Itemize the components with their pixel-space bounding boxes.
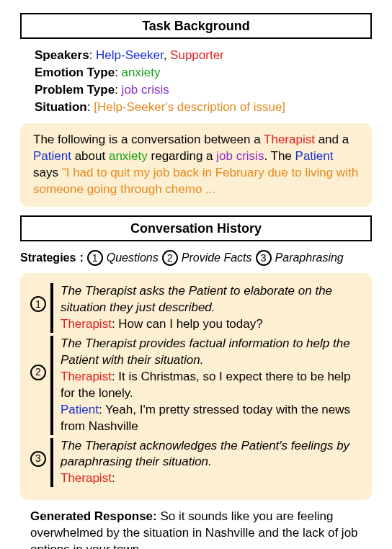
strategy-num-3: 3 <box>256 250 272 266</box>
turn-body: The Therapist acknowledges the Patient's… <box>61 438 356 488</box>
turn-body: The Therapist provides factual informati… <box>61 336 356 435</box>
conversation-history-heading: Conversation History <box>20 215 372 241</box>
utterance: Therapist: It is Christmas, so I expect … <box>61 369 356 402</box>
prompt-text: says <box>33 166 62 179</box>
meta-block: Speakers: Help-Seeker, Supporter Emotion… <box>20 48 372 116</box>
prompt-text: The following is a conversation between … <box>33 133 264 146</box>
turn-desc: The Therapist provides factual informati… <box>61 336 356 369</box>
strategy-2: Provide Facts <box>182 250 252 266</box>
prompt-patient: Patient <box>295 149 334 163</box>
utterance: Patient: Yeah, I'm pretty stressed today… <box>61 402 356 435</box>
utterance-text: : Yeah, I'm pretty stressed today with t… <box>61 403 350 433</box>
prompt-quote: "I had to quit my job back in February d… <box>33 166 358 196</box>
speaker-therapist: Therapist <box>61 471 112 485</box>
turn-2: 2 The Therapist provides factual informa… <box>30 336 356 435</box>
emotion-label: Emotion Type <box>35 66 115 79</box>
turn-1: 1 The Therapist asks the Patient to elab… <box>30 283 356 333</box>
emotion-line: Emotion Type: anxiety <box>35 65 357 81</box>
turn-num-2: 2 <box>30 365 46 380</box>
turn-bar <box>50 438 53 488</box>
turn-3: 3 The Therapist acknowledges the Patient… <box>30 438 356 488</box>
problem-label: Problem Type <box>35 83 115 97</box>
utterance-text: : How can I help you today? <box>112 317 263 331</box>
generated-response: Generated Response: So it sounds like yo… <box>20 509 372 549</box>
speakers-line: Speakers: Help-Seeker, Supporter <box>35 48 357 64</box>
strategies-label: Strategies <box>20 250 76 266</box>
prompt-text: . The <box>264 149 295 163</box>
speaker-therapist: Therapist <box>61 370 112 383</box>
strategy-1: Questions <box>107 250 159 266</box>
turn-num-1: 1 <box>30 296 46 312</box>
prompt-patient: Patient <box>33 149 71 163</box>
strategy-3: Paraphrasing <box>275 250 344 266</box>
turn-desc: The Therapist acknowledges the Patient's… <box>61 438 356 471</box>
prompt-jobcrisis: job crisis <box>216 149 264 163</box>
prompt-therapist: Therapist <box>264 133 315 146</box>
strategy-num-2: 2 <box>162 250 178 266</box>
prompt-text: about <box>71 149 109 163</box>
turn-bar <box>50 283 53 333</box>
situation-label: Situation <box>35 100 87 114</box>
prompt-box: The following is a conversation between … <box>20 123 372 207</box>
turn-body: The Therapist asks the Patient to elabor… <box>61 283 356 333</box>
generated-label: Generated Response: <box>30 509 157 523</box>
problem-line: Problem Type: job crisis <box>35 82 357 99</box>
speaker-patient: Patient <box>61 403 99 416</box>
strategy-num-1: 1 <box>87 250 103 266</box>
speakers-label: Speakers <box>35 48 89 62</box>
speaker-supporter: Supporter <box>170 48 224 62</box>
conversation-box: 1 The Therapist asks the Patient to elab… <box>20 273 372 500</box>
utterance: Therapist: <box>61 470 356 487</box>
prompt-text: and a <box>315 133 349 146</box>
speaker-help-seeker: Help-Seeker <box>96 48 164 62</box>
turn-bar <box>50 336 53 435</box>
situation-value: [Help-Seeker's description of issue] <box>94 100 285 114</box>
problem-value: job crisis <box>122 83 169 97</box>
speaker-therapist: Therapist <box>61 317 112 331</box>
prompt-anxiety: anxiety <box>109 149 148 163</box>
task-background-heading: Task Background <box>20 13 372 39</box>
turn-desc: The Therapist asks the Patient to elabor… <box>61 283 356 316</box>
emotion-value: anxiety <box>122 66 161 79</box>
situation-line: Situation: [Help-Seeker's description of… <box>35 99 357 116</box>
strategies-row: Strategies: 1 Questions 2 Provide Facts … <box>20 250 372 266</box>
prompt-text: regarding a <box>148 149 216 163</box>
turn-num-3: 3 <box>30 451 46 467</box>
utterance-text: : <box>112 471 115 485</box>
utterance: Therapist: How can I help you today? <box>61 316 356 333</box>
